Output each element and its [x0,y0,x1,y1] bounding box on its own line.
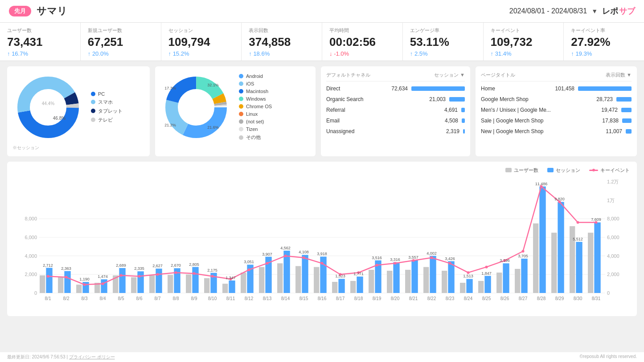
kpi-pageviews-value: 374,858 [249,36,315,49]
legend-android: Android [239,73,272,79]
kpi-pageviews-change: 18.6% [249,50,315,57]
page-value: 101,458 [552,85,574,92]
legend-linux-dot [239,112,243,116]
legend-other-dot [239,135,243,140]
mid-row: 44.4% 46.8% PC スマホ [7,66,637,156]
page-table-row: New | Google Merch Shop 11,007 [481,126,632,137]
page-bar [621,108,632,112]
svg-text:17.3%: 17.3% [164,86,176,90]
footer: 最終更新日: 2024/9/6 7:56:53 | プライバシー ポリシー ©r… [0,352,644,362]
kpi-engage: エンゲージ率 53.11% 2.5% [403,23,484,61]
date-range-dropdown[interactable]: ▼ [591,8,598,15]
kpi-key-events-label: キーイベント [491,27,557,34]
channel-bar-wrap: 21,003 [423,96,465,102]
period-badge[interactable]: 先月 [9,6,31,16]
legend-ios-label: iOS [246,81,254,86]
page-value: 11,007 [600,128,622,134]
legend-pc: PC [91,91,123,97]
chart-legend-sessions-label: セッション [556,167,580,174]
os-legend: Android iOS Macintosh Windows [239,73,272,141]
channel-table-row: Unassigned 2,319 [326,126,465,137]
header: 先月 サマリ 2024/08/01 - 2024/08/31 ▼ レポサブ [0,0,644,23]
legend-chromeos-label: Chrome OS [246,104,272,109]
channel-value: 4,508 [436,118,458,124]
page-bar-wrap: 11,007 [600,128,632,134]
page: 先月 サマリ 2024/08/01 - 2024/08/31 ▼ レポサブ ユー… [0,0,644,362]
logo-text-repo: レポ [602,6,618,16]
legend-linux-label: Linux [246,111,258,117]
legend-android-label: Android [246,73,263,79]
legend-tv-dot [91,118,95,122]
channel-table-card: デフォルトチャネル セッション ▼ Direct 72,634 Organic … [321,66,470,156]
kpi-pageviews: 表示回数 374,858 18.6% [242,23,322,61]
chart-legend-users: ユーザー数 [505,167,538,174]
main-chart-canvas [14,177,630,311]
page-bar [626,129,632,134]
legend-chromeos: Chrome OS [239,104,272,109]
kpi-users: ユーザー数 73,431 16.7% [0,23,81,61]
header-right: 2024/08/01 - 2024/08/31 ▼ レポサブ [509,6,635,16]
legend-notset-dot [239,119,243,124]
channel-name: Unassigned [326,128,375,134]
page-bar-wrap: 17,838 [596,118,632,124]
legend-pc-label: PC [98,91,105,97]
page-value: 28,723 [591,96,613,102]
channel-bar-wrap: 4,508 [436,118,465,124]
channel-bar-wrap: 72,634 [386,85,465,92]
channel-name: Direct [326,85,375,92]
channel-table-row: Referral 4,691 [326,105,465,115]
channel-table-row: Email 4,508 [326,115,465,126]
logo: レポサブ [602,6,635,16]
device-chart-card: 44.4% 46.8% PC スマホ [7,66,150,156]
legend-box-users [505,168,512,172]
kpi-key-event-rate-change: 19.3% [571,50,637,57]
channel-bar [462,118,465,123]
kpi-users-change: 16.7% [7,50,73,57]
page-table-row: Sale | Google Merch Shop 17,838 [481,115,632,126]
svg-text:46.8%: 46.8% [53,116,66,121]
page-bar-wrap: 101,458 [552,85,632,92]
legend-windows-dot [239,97,243,101]
legend-other-label: その他 [246,134,261,141]
page-col1-header[interactable]: ページタイトル [481,72,515,78]
channel-bar-wrap: 4,691 [435,107,465,113]
channel-col2-header[interactable]: セッション ▼ [434,72,465,78]
channel-col1-header[interactable]: デフォルトチャネル [326,72,370,78]
kpi-row: ユーザー数 73,431 16.7% 新規ユーザー数 67,251 20.0% … [0,23,644,61]
page-col2-header[interactable]: 表示回数 ▼ [606,72,632,78]
channel-name: Referral [326,107,375,113]
privacy-link[interactable]: プライバシー ポリシー [69,354,115,359]
legend-tizen-dot [239,127,243,131]
main-chart-area [14,177,630,311]
page-name: Home [481,85,552,92]
page-table-row: Men's / Unisex | Google Me... 19,472 [481,105,632,115]
legend-android-dot [239,74,243,78]
kpi-avg-time-label: 平均時間 [329,27,395,34]
chart-legend-events: キーイベント [589,167,630,174]
channel-value: 21,003 [423,96,446,102]
footer-copyright: ©reposub All rights reserved. [579,354,637,360]
legend-macintosh-dot [239,89,243,94]
page-name: Men's / Unisex | Google Me... [481,107,552,113]
kpi-users-label: ユーザー数 [7,27,73,34]
page-bar-wrap: 19,472 [595,107,632,113]
svg-text:44.4%: 44.4% [42,101,54,106]
page-bar [578,86,632,91]
legend-ios-dot [239,81,243,86]
device-chart-note: ※セッション [12,145,39,151]
legend-tizen: Tizen [239,126,272,132]
channel-name: Organic Search [326,96,375,102]
kpi-key-events: キーイベント 109,732 31.4% [484,23,564,61]
channel-value: 2,319 [437,128,459,134]
channel-bar [463,129,465,134]
kpi-sessions-label: セッション [168,27,234,34]
page-title: サマリ [37,4,67,18]
kpi-key-event-rate-label: キーイベント率 [571,27,637,34]
legend-pc-dot [91,92,95,96]
page-table-body: Home 101,458 Google Merch Shop 28,723 Me… [481,83,632,137]
legend-tablet-label: タブレット [98,108,123,114]
kpi-new-users-value: 67,251 [88,36,154,49]
page-bar [616,97,632,102]
kpi-pageviews-label: 表示回数 [249,27,315,34]
channel-bar [449,97,465,102]
